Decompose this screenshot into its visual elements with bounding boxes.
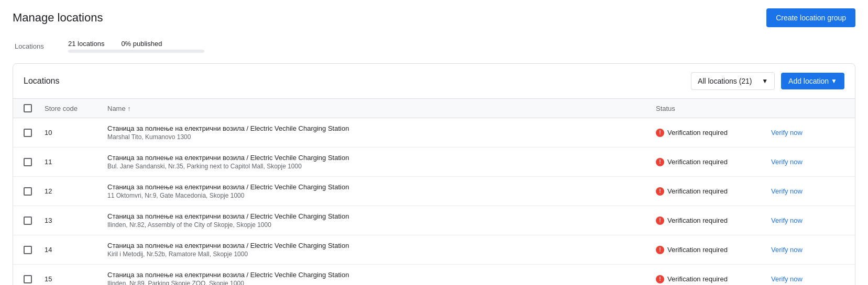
table-row: 15 Станица за полнење на електрични вози… xyxy=(13,265,855,285)
store-code: 12 xyxy=(45,187,107,195)
status-text: Verification required xyxy=(667,246,728,254)
verification-required-icon: ! xyxy=(656,246,664,254)
location-name: Станица за полнење на електрични возила … xyxy=(107,183,656,191)
verify-now-link[interactable]: Verify now xyxy=(771,216,803,224)
row-checkbox-col xyxy=(24,158,45,166)
row-checkbox-col xyxy=(24,216,45,225)
row-checkbox-col xyxy=(24,246,45,254)
verification-required-icon: ! xyxy=(656,129,664,137)
status-text: Verification required xyxy=(667,158,728,166)
status-text: Verification required xyxy=(667,187,728,195)
total-locations-stat: 21 locations xyxy=(68,40,104,48)
status-text: Verification required xyxy=(667,129,728,136)
location-name: Станица за полнење на електрични возила … xyxy=(107,124,656,132)
progress-bar-container xyxy=(68,50,204,53)
verification-required-icon: ! xyxy=(656,187,664,196)
locations-card: Locations All locations (21) ▼ Add locat… xyxy=(13,63,855,285)
table-body: 10 Станица за полнење на електрични вози… xyxy=(13,118,855,285)
row-checkbox[interactable] xyxy=(24,275,32,283)
row-checkbox[interactable] xyxy=(24,216,32,225)
action-col: Verify now xyxy=(771,216,844,224)
location-address: Marshal Tito, Kumanovo 1300 xyxy=(107,133,656,141)
status-col: ! Verification required xyxy=(656,216,771,225)
location-name: Станица за полнење на електрични возила … xyxy=(107,271,656,279)
location-info: Станица за полнење на електрични возила … xyxy=(107,124,656,141)
row-checkbox-col xyxy=(24,275,45,283)
card-title: Locations xyxy=(24,76,60,86)
status-col: ! Verification required xyxy=(656,246,771,254)
add-location-button[interactable]: Add location ▼ xyxy=(781,73,844,89)
header-store-code: Store code xyxy=(45,105,107,112)
card-header: Locations All locations (21) ▼ Add locat… xyxy=(13,64,855,99)
action-col: Verify now xyxy=(771,187,844,195)
location-address: Ilinden, Nr.82, Assembly of the City of … xyxy=(107,221,656,229)
row-checkbox-col xyxy=(24,129,45,137)
status-col: ! Verification required xyxy=(656,275,771,283)
filter-dropdown[interactable]: All locations (21) ▼ xyxy=(691,72,775,90)
card-actions: All locations (21) ▼ Add location ▼ xyxy=(691,72,844,90)
published-stat: 0% published xyxy=(121,40,162,48)
status-col: ! Verification required xyxy=(656,129,771,137)
status-text: Verification required xyxy=(667,275,728,283)
action-col: Verify now xyxy=(771,158,844,166)
stats-label: Locations xyxy=(15,42,51,50)
status-text: Verification required xyxy=(667,216,728,224)
verification-required-icon: ! xyxy=(656,216,664,225)
verify-now-link[interactable]: Verify now xyxy=(771,158,803,166)
stats-info: 21 locations 0% published xyxy=(68,40,204,53)
table-row: 14 Станица за полнење на електрични вози… xyxy=(13,235,855,265)
page-header: Manage locations Create location group xyxy=(13,8,855,27)
action-col: Verify now xyxy=(771,246,844,254)
page-title: Manage locations xyxy=(13,11,103,25)
header-status: Status xyxy=(656,105,771,112)
store-code: 10 xyxy=(45,129,107,136)
status-col: ! Verification required xyxy=(656,158,771,166)
location-address: 11 Oktomvri, Nr.9, Gate Macedonia, Skopj… xyxy=(107,192,656,199)
verification-required-icon: ! xyxy=(656,158,664,166)
table-row: 13 Станица за полнење на електрични вози… xyxy=(13,206,855,235)
sort-arrow-icon: ↑ xyxy=(127,105,131,112)
table-header: Store code Name ↑ Status xyxy=(13,99,855,118)
action-col: Verify now xyxy=(771,129,844,136)
location-address: Bul. Jane Sandanski, Nr.35, Parking next… xyxy=(107,163,656,170)
location-info: Станица за полнење на електрични возила … xyxy=(107,212,656,229)
location-info: Станица за полнење на електрични возила … xyxy=(107,242,656,258)
header-checkbox-col xyxy=(24,104,45,112)
chevron-down-icon: ▼ xyxy=(762,77,768,85)
add-location-chevron-icon: ▼ xyxy=(831,77,837,85)
row-checkbox[interactable] xyxy=(24,246,32,254)
row-checkbox[interactable] xyxy=(24,129,32,137)
verify-now-link[interactable]: Verify now xyxy=(771,129,803,136)
verify-now-link[interactable]: Verify now xyxy=(771,275,803,283)
verify-now-link[interactable]: Verify now xyxy=(771,246,803,254)
store-code: 13 xyxy=(45,216,107,224)
filter-label: All locations (21) xyxy=(698,77,752,85)
table-row: 12 Станица за полнење на електрични вози… xyxy=(13,177,855,206)
store-code: 14 xyxy=(45,246,107,254)
row-checkbox[interactable] xyxy=(24,158,32,166)
verify-now-link[interactable]: Verify now xyxy=(771,187,803,195)
location-name: Станица за полнење на електрични возила … xyxy=(107,242,656,249)
select-all-checkbox[interactable] xyxy=(24,104,32,112)
store-code: 15 xyxy=(45,275,107,283)
location-info: Станица за полнење на електрични возила … xyxy=(107,271,656,285)
location-address: Ilinden, Nr.89, Parking Skopje ZOO, Skop… xyxy=(107,280,656,285)
status-col: ! Verification required xyxy=(656,187,771,196)
location-info: Станица за полнење на електрични возила … xyxy=(107,154,656,170)
header-name[interactable]: Name ↑ xyxy=(107,105,656,112)
create-location-group-button[interactable]: Create location group xyxy=(766,8,855,27)
verification-required-icon: ! xyxy=(656,275,664,283)
table-row: 11 Станица за полнење на електрични вози… xyxy=(13,147,855,177)
row-checkbox[interactable] xyxy=(24,187,32,196)
action-col: Verify now xyxy=(771,275,844,283)
location-name: Станица за полнење на електрични возила … xyxy=(107,212,656,220)
location-info: Станица за полнење на електрични возила … xyxy=(107,183,656,199)
row-checkbox-col xyxy=(24,187,45,196)
table-row: 10 Станица за полнење на електрични вози… xyxy=(13,118,855,147)
location-address: Kiril i Metodij, Nr.52b, Ramatore Mall, … xyxy=(107,250,656,258)
stats-row: Locations 21 locations 0% published xyxy=(13,40,855,53)
location-name: Станица за полнење на електрични возила … xyxy=(107,154,656,162)
stats-numbers: 21 locations 0% published xyxy=(68,40,204,48)
store-code: 11 xyxy=(45,158,107,166)
